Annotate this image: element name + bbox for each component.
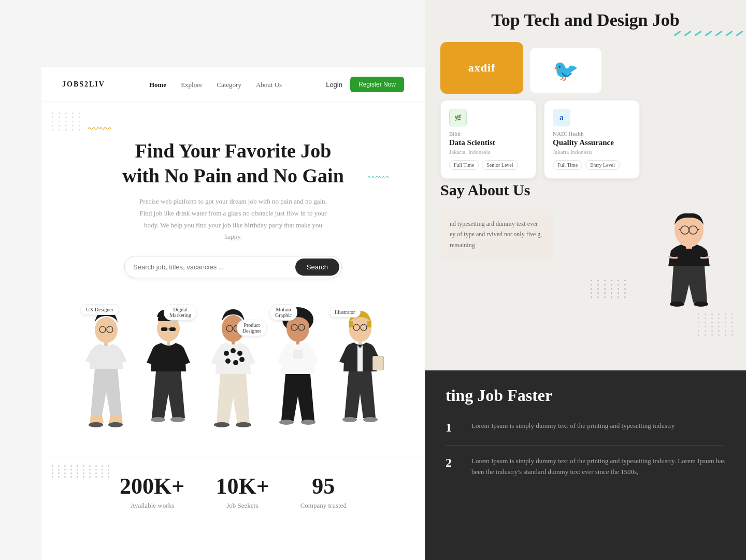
step-2-text: Lorem Ipsum is simply dummy text of the … [471,456,725,478]
svg-point-9 [95,317,118,343]
character-4-label: MotionGraphic [269,304,297,321]
nadi-tags: Full Time Entry Level [553,160,631,170]
svg-point-34 [214,422,229,427]
svg-point-15 [108,422,123,427]
stat-number-3: 95 [300,473,347,499]
nav-about[interactable]: About Us [256,81,282,89]
nav-home[interactable]: Home [149,81,166,89]
char5-svg [329,301,391,452]
svg-point-7 [694,301,708,307]
bibit-job-title: Data Scientist [449,138,527,147]
dot-pattern-say: document.write(Array(36).fill('<div styl… [698,313,736,336]
character-3: ProductDesigner [199,301,267,457]
twitter-card[interactable]: 🐦 [529,47,602,94]
char2-svg [137,301,199,452]
svg-rect-21 [167,341,170,345]
top-section: Top Tech and Design Job axdif 🐦 🌿 Bibit … [425,0,746,184]
wave-teal-right: 〰〰 [368,172,389,184]
step-2: 2 Lorem Ipsum is simply dummy text of th… [446,456,725,478]
nadi-job-title: Quality Assurance [553,138,631,147]
nadi-location: Jakarta Indonesia [553,149,631,155]
testimonial-area: nd typesetting ard dummy text ever ey of… [440,209,730,325]
characters-row: UX Designer DigitalMarketing [41,301,425,457]
hero-title: Find Your Favorite Job with No Pain and … [73,139,394,188]
svg-point-6 [670,301,684,307]
stat-available-works: 200K+ Available works [120,473,184,510]
search-button[interactable]: Search [295,259,339,276]
login-button[interactable]: Login [326,81,342,89]
svg-point-54 [363,417,378,422]
register-button[interactable]: Register Now [350,77,404,92]
stat-company-trusted: 95 Company trusted [300,473,347,510]
svg-rect-42 [294,351,302,358]
nadi-tag-1: Full Time [553,160,582,170]
bibit-location: Jakarta, Indonesia [449,149,527,155]
svg-point-14 [89,422,103,427]
svg-point-43 [279,420,294,425]
nadi-tag-2: Entry Level [585,160,619,170]
character-4: MotionGraphic [267,301,329,457]
dots-left [52,112,83,131]
axdif-logo: axdif [468,61,496,75]
svg-rect-13 [104,342,108,346]
stats-dots-left2 [83,465,112,478]
stat-job-seekers: 10K+ Job Seekers [216,473,269,510]
svg-rect-50 [358,341,362,344]
bibit-tag-1: Full Time [449,160,479,170]
nav-category[interactable]: Category [217,81,241,89]
svg-point-29 [231,348,236,353]
avatar-illustration [648,209,730,325]
step-1-text: Lorem Ipsum is simply dummy text of the … [471,421,675,432]
nadi-logo: a [553,109,570,126]
svg-rect-46 [349,321,353,327]
character-5: Illustrator [329,301,391,457]
company-cards-row: axdif 🐦 [440,38,730,94]
svg-point-35 [236,422,251,427]
nav-explore[interactable]: Explore [181,81,202,89]
stat-label-2: Job Seekers [216,501,269,510]
character-2-label: DigitalMarketing [164,304,197,321]
dots-right-middle [591,280,628,298]
main-panel: JOBS2LIV Home Explore Category About Us … [41,67,425,560]
svg-rect-41 [296,341,299,344]
hero-section: 〰〰 Find Your Favorite Job with No Pain a… [41,102,425,301]
svg-rect-8 [686,245,692,249]
svg-point-53 [342,417,357,422]
avatar-svg [648,209,730,323]
stats-section: 200K+ Available works 10K+ Job Seekers 9… [41,457,425,525]
svg-point-23 [170,417,185,422]
svg-point-31 [225,358,231,364]
bibit-tags: Full Time Senior Level [449,160,527,170]
svg-point-28 [224,351,229,356]
search-input[interactable] [133,259,295,276]
teal-decoration [673,28,746,38]
nadi-job-card[interactable]: a NADI Health Quality Assurance Jakarta … [544,100,640,179]
nav-links: Home Explore Category About Us [149,80,282,89]
stat-label-1: Available works [120,501,184,510]
bibit-company: Bibit [449,131,527,137]
stat-number-2: 10K+ [216,473,269,499]
svg-rect-27 [232,341,235,344]
logo: JOBS2LIV [62,80,105,89]
top-section-title: Top Tech and Design Job [440,10,730,30]
character-2: DigitalMarketing [137,301,199,457]
nav-actions: Login Register Now [326,77,404,92]
character-1: UX Designer [75,301,137,457]
char4-svg [267,301,329,452]
say-about-title: Say About Us [440,181,730,199]
step-1-number: 1 [446,421,461,435]
svg-rect-47 [367,321,371,327]
bibit-job-card[interactable]: 🌿 Bibit Data Scientist Jakarta, Indonesi… [440,100,536,179]
stat-number-1: 200K+ [120,473,184,499]
axdif-card[interactable]: axdif [440,42,523,94]
navbar: JOBS2LIV Home Explore Category About Us … [41,67,425,102]
step-2-number: 2 [446,456,461,470]
char1-svg [75,301,137,452]
twitter-icon: 🐦 [553,59,579,83]
svg-point-30 [237,351,242,356]
hero-subtitle: Precise web platform to got your dream j… [135,196,332,243]
job-cards-row: 🌿 Bibit Data Scientist Jakarta, Indonesi… [440,100,730,179]
getting-job-title: ting Job Faster [446,386,725,405]
search-bar: Search [124,256,342,278]
stats-dots-left1 [52,465,81,478]
